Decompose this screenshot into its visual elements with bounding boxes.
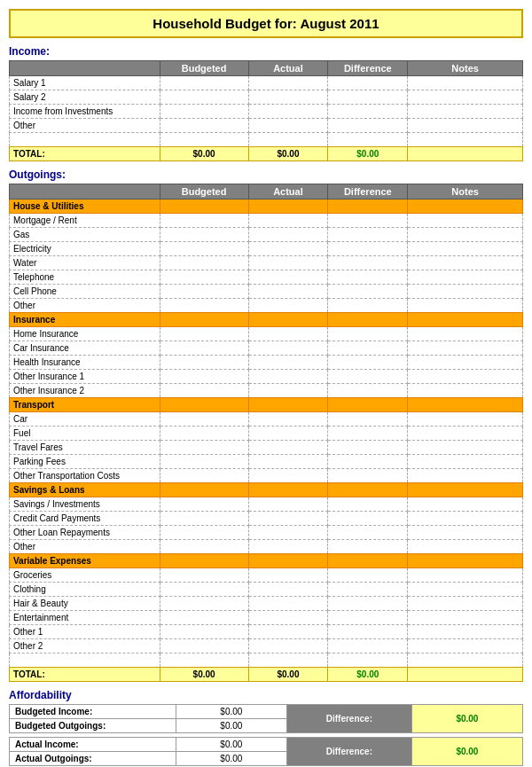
income-spacer-row (10, 133, 523, 147)
outgoings-total-diff: $0.00 (328, 668, 408, 682)
outgoings-row: Cell Phone (10, 285, 523, 299)
outgoings-col-notes: Notes (408, 184, 523, 200)
outgoings-row-diff (328, 270, 408, 285)
affordability-table: Budgeted Income: $0.00 Difference: $0.00… (9, 704, 523, 766)
outgoings-row-diff (328, 214, 408, 228)
outgoings-row: Other Insurance 2 (10, 384, 523, 398)
actual-income-value: $0.00 (176, 738, 286, 752)
outgoings-row-notes (408, 611, 523, 625)
income-row-diff (328, 105, 408, 119)
income-row-actual (248, 105, 328, 119)
outgoings-row: Other Transportation Costs (10, 469, 523, 483)
actual-outgoings-value: $0.00 (176, 752, 286, 766)
budgeted-income-value: $0.00 (176, 705, 286, 719)
income-total-actual: $0.00 (248, 147, 328, 161)
outgoings-row-label: Other Insurance 2 (10, 384, 160, 398)
outgoings-row-diff (328, 497, 408, 512)
afford-budgeted-row: Budgeted Income: $0.00 Difference: $0.00 (10, 705, 523, 719)
income-row-label: Other (10, 119, 160, 133)
page-title: Household Budget for: August 2011 (9, 9, 523, 38)
outgoings-row-actual (248, 526, 328, 540)
outgoings-row-diff (328, 583, 408, 597)
outgoings-total-label: TOTAL: (10, 668, 160, 682)
outgoings-row-diff (328, 469, 408, 483)
budgeted-difference-value: $0.00 (411, 705, 522, 733)
outgoings-row-label: Parking Fees (10, 455, 160, 469)
income-total-budgeted: $0.00 (160, 147, 248, 161)
outgoings-row-label: Other 1 (10, 625, 160, 639)
group-header-label: House & Utilities (10, 200, 160, 214)
group-header-actual (248, 200, 328, 214)
group-header-actual (248, 398, 328, 412)
outgoings-row-budgeted (160, 526, 248, 540)
outgoings-row-actual (248, 412, 328, 427)
outgoings-row-label: Clothing (10, 583, 160, 597)
income-row-label: Salary 2 (10, 90, 160, 105)
group-header-diff (328, 554, 408, 568)
outgoings-row-label: Other 2 (10, 639, 160, 654)
outgoings-row: Mortgage / Rent (10, 214, 523, 228)
outgoings-row: Other (10, 299, 523, 313)
income-row-diff (328, 90, 408, 105)
income-row-budgeted (160, 119, 248, 133)
outgoings-row-budgeted (160, 597, 248, 611)
outgoings-row: Savings / Investments (10, 497, 523, 512)
outgoings-row-budgeted (160, 540, 248, 554)
outgoings-row-budgeted (160, 639, 248, 654)
outgoings-row: Groceries (10, 568, 523, 583)
outgoings-row-label: Fuel (10, 427, 160, 441)
outgoings-row-diff (328, 597, 408, 611)
outgoings-row: Clothing (10, 583, 523, 597)
outgoings-row-diff (328, 427, 408, 441)
outgoings-row-notes (408, 228, 523, 242)
outgoings-row-label: Groceries (10, 568, 160, 583)
outgoings-row-notes (408, 242, 523, 256)
outgoings-row-actual (248, 441, 328, 455)
outgoings-row-diff (328, 384, 408, 398)
outgoings-row-actual (248, 270, 328, 285)
outgoings-row-diff (328, 611, 408, 625)
outgoings-row-notes (408, 214, 523, 228)
outgoings-row-budgeted (160, 384, 248, 398)
outgoings-row-budgeted (160, 568, 248, 583)
outgoings-row-label: Gas (10, 228, 160, 242)
income-row-actual (248, 119, 328, 133)
outgoings-row: Car (10, 412, 523, 427)
outgoings-row: Other 1 (10, 625, 523, 639)
actual-income-label: Actual Income: (10, 738, 176, 752)
outgoings-row-diff (328, 242, 408, 256)
group-header-budgeted (160, 554, 248, 568)
group-header-notes (408, 554, 523, 568)
outgoings-row-budgeted (160, 356, 248, 370)
group-header-notes (408, 200, 523, 214)
income-row-notes (408, 105, 523, 119)
group-header-notes (408, 398, 523, 412)
budgeted-income-label: Budgeted Income: (10, 705, 176, 719)
income-row-budgeted (160, 76, 248, 90)
outgoings-row-budgeted (160, 441, 248, 455)
outgoings-row-diff (328, 526, 408, 540)
income-row-diff (328, 119, 408, 133)
outgoings-row-actual (248, 285, 328, 299)
outgoings-row-diff (328, 341, 408, 356)
group-header-actual (248, 554, 328, 568)
outgoings-total-actual: $0.00 (248, 668, 328, 682)
outgoings-row: Electricity (10, 242, 523, 256)
outgoings-row-actual (248, 356, 328, 370)
outgoings-total-row: TOTAL: $0.00 $0.00 $0.00 (10, 668, 523, 682)
actual-difference-label: Difference: (286, 738, 411, 766)
actual-outgoings-label: Actual Outgoings: (10, 752, 176, 766)
outgoings-row-notes (408, 270, 523, 285)
outgoings-row-diff (328, 327, 408, 341)
outgoings-row-budgeted (160, 469, 248, 483)
outgoings-row: Other Loan Repayments (10, 526, 523, 540)
income-row-actual (248, 90, 328, 105)
outgoings-row-label: Car (10, 412, 160, 427)
income-row-label: Income from Investments (10, 105, 160, 119)
outgoings-row-actual (248, 384, 328, 398)
outgoings-row-budgeted (160, 242, 248, 256)
income-row: Salary 2 (10, 90, 523, 105)
group-header-budgeted (160, 313, 248, 327)
outgoings-table: Budgeted Actual Difference Notes House &… (9, 184, 523, 682)
outgoings-row-actual (248, 497, 328, 512)
